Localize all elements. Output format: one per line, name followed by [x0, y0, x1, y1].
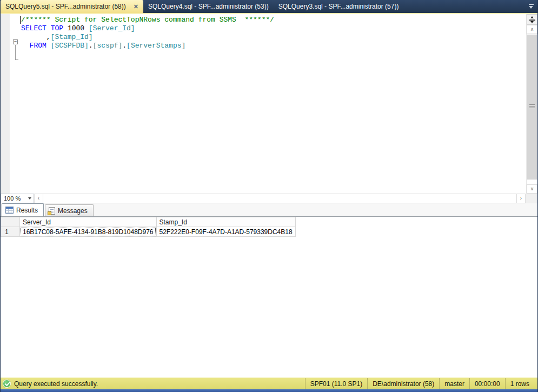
code-segment-identifier: [SCSPFDB] [51, 42, 89, 50]
results-grid: Server_IdStamp_Id116B17C08-5AFE-4134-91B… [1, 217, 296, 237]
code-segment-identifier: [scspf] [93, 42, 123, 50]
horizontal-scrollbar-track[interactable] [43, 194, 516, 203]
code-segment-plain: , [21, 33, 51, 41]
grid-data-row: 116B17C08-5AFE-4134-91B8-819D1048D97652F… [1, 227, 296, 237]
code-segment-plain: 1000 [63, 24, 89, 32]
scroll-up-button[interactable]: ∧ [527, 25, 537, 34]
code-segment-plain [47, 42, 51, 50]
vertical-scrollbar[interactable]: ∧ ∨ [527, 25, 537, 194]
code-segment-identifier: [ServerStamps] [127, 42, 185, 50]
code-line: /****** Script for SelectTopNRows comman… [21, 16, 274, 24]
tab-messages[interactable]: Messages [45, 204, 94, 216]
scroll-left-button[interactable]: ‹ [34, 194, 43, 203]
code-segment-plain: . [89, 42, 93, 50]
document-tab[interactable]: SQLQuery5.sql - SPF...administrator (58)… [1, 0, 143, 13]
close-tab-icon[interactable]: ✕ [134, 3, 138, 10]
results-tab-label: Results [16, 207, 38, 214]
code-line: SELECT TOP 1000 [Server_Id] [21, 24, 274, 33]
outline-tick [15, 59, 18, 60]
status-message: Query executed successfully. [14, 380, 98, 388]
code-segment-comment: /****** Script for SelectTopNRows comman… [21, 16, 274, 24]
messages-doc-icon [49, 207, 55, 215]
window-bottom-border [1, 389, 537, 392]
query-editor: − /****** Script for SelectTopNRows comm… [1, 14, 537, 194]
column-header-stamp_id[interactable]: Stamp_Id [156, 217, 295, 227]
grid-cell[interactable]: 52F222E0-F09F-4A7D-A1AD-579339DC4B18 [156, 227, 295, 237]
text-caret [20, 16, 21, 24]
vertical-scrollbar-track[interactable] [527, 180, 537, 184]
editor-right-rail: ∧ ∨ [526, 14, 537, 194]
grid-cell[interactable]: 16B17C08-5AFE-4134-91B8-819D1048D976 [20, 227, 157, 237]
status-item: master [439, 378, 469, 389]
outline-line [15, 45, 16, 59]
scroll-down-button[interactable]: ∨ [527, 184, 537, 194]
document-tab[interactable]: SQLQuery4.sql - SPF...administrator (53)… [143, 0, 274, 13]
ssms-window: SQLQuery5.sql - SPF...administrator (58)… [0, 0, 538, 392]
code-line: FROM [SCSPFDB].[scspf].[ServerStamps] [21, 42, 274, 50]
thumb-grip-icon [529, 104, 535, 109]
editor-gutter [1, 14, 10, 194]
vertical-scrollbar-thumb[interactable] [527, 35, 537, 180]
code-area: /****** Script for SelectTopNRows comman… [21, 16, 274, 50]
chevron-down-icon [28, 197, 31, 200]
status-item: 00:00:00 [469, 378, 505, 389]
grid-corner-cell[interactable] [1, 217, 20, 227]
status-item: DE\administrator (58) [367, 378, 439, 389]
success-check-icon [3, 380, 11, 388]
grid-header-row: Server_IdStamp_Id [1, 217, 296, 227]
results-tab-label: Messages [58, 207, 88, 215]
results-tab-bar: ResultsMessages [1, 203, 537, 216]
status-item: SPF01 (11.0 SP1) [305, 378, 368, 389]
zoom-level-dropdown[interactable]: 100 % [1, 194, 34, 203]
tab-results[interactable]: Results [2, 203, 44, 216]
document-tab-label: SQLQuery5.sql - SPF...administrator (58)… [5, 3, 126, 10]
code-segment-keyword: TOP [51, 24, 63, 32]
code-surface[interactable]: − /****** Script for SelectTopNRows comm… [1, 14, 526, 194]
code-segment-plain [47, 24, 51, 32]
status-item: 1 rows [505, 378, 534, 389]
code-segment-keyword: SELECT [21, 24, 47, 32]
split-window-handle[interactable] [527, 14, 537, 25]
document-tab[interactable]: SQLQuery3.sql - SPF...administrator (57)… [274, 0, 404, 13]
code-segment-plain [21, 42, 30, 50]
document-tab-bar: SQLQuery5.sql - SPF...administrator (58)… [1, 0, 537, 14]
scrollbar-corner [526, 194, 537, 203]
results-grid-icon [5, 207, 14, 214]
document-tab-label: SQLQuery4.sql - SPF...administrator (53)… [148, 3, 269, 10]
column-header-server_id[interactable]: Server_Id [20, 217, 157, 227]
collapse-region-icon[interactable]: − [13, 39, 18, 44]
scroll-right-button[interactable]: › [516, 194, 526, 203]
tab-list-dropdown-icon[interactable] [528, 4, 534, 9]
code-segment-identifier: [Server_Id] [89, 24, 135, 32]
code-segment-identifier: [Stamp_Id] [51, 33, 93, 41]
document-tab-label: SQLQuery3.sql - SPF...administrator (57)… [278, 3, 399, 10]
horizontal-scrollbar[interactable]: ‹ › [34, 194, 526, 203]
code-segment-plain: . [122, 42, 127, 50]
status-right-group: SPF01 (11.0 SP1)DE\administrator (58)mas… [305, 378, 534, 389]
zoom-level-value: 100 % [4, 195, 21, 202]
code-segment-keyword: FROM [30, 42, 47, 50]
results-panel: Server_IdStamp_Id116B17C08-5AFE-4134-91B… [1, 216, 537, 377]
editor-bottom-bar: 100 % ‹ › [1, 194, 537, 203]
status-bar: Query executed successfully. SPF01 (11.0… [1, 377, 537, 389]
code-line: ,[Stamp_Id] [21, 33, 274, 42]
row-number-cell[interactable]: 1 [1, 227, 20, 237]
